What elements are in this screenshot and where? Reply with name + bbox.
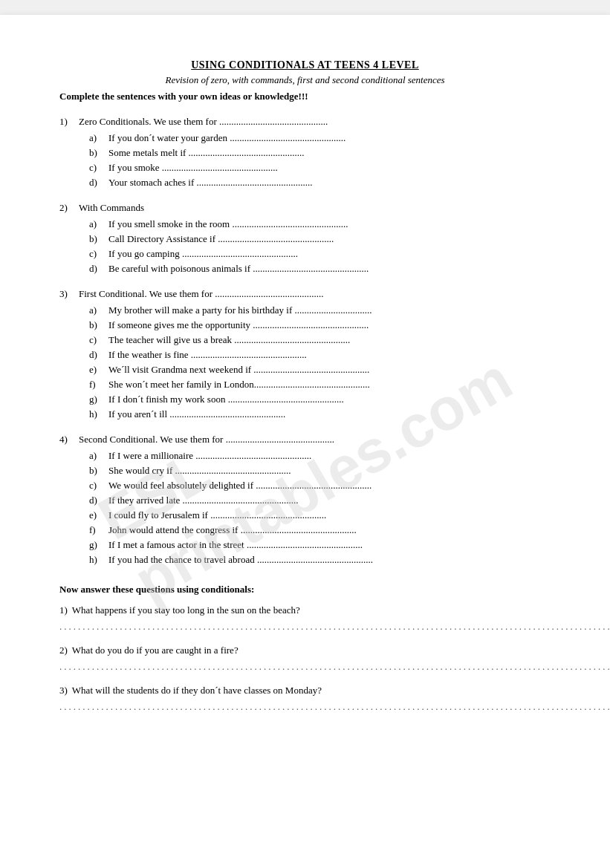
item-letter: f) [89,379,106,391]
item-letter: d) [89,495,106,506]
item-text: If you smell smoke in the room .........… [108,218,348,230]
list-item: e) I could fly to Jerusalem if .........… [89,509,551,521]
question-2-text: 2) What do you do if you are caught in a… [59,645,551,656]
question-2: 2) What do you do if you are caught in a… [59,645,551,673]
list-item: a) If I were a millionaire .............… [89,450,551,462]
item-text: If you go camping ......................… [108,248,298,260]
section-4-title: 4) Second Conditional. We use them for .… [59,434,551,446]
item-text: Your stomach aches if ..................… [108,177,313,189]
list-item: a) If you smell smoke in the room ......… [89,218,551,230]
list-item: a) If you don´t water your garden ......… [89,132,551,144]
list-item: g) If I met a famous actor in the street… [89,539,551,551]
section-3-items: a) My brother will make a party for his … [89,304,551,420]
list-item: b) If someone gives me the opportunity .… [89,319,551,331]
section-2-title: 2) With Commands [59,202,551,214]
item-text: If someone gives me the opportunity ....… [108,319,369,331]
instruction: Complete the sentences with your own ide… [59,91,551,102]
list-item: h) If you had the chance to travel abroa… [89,554,551,566]
item-text: If you had the chance to travel abroad .… [108,554,373,566]
item-letter: e) [89,364,106,376]
question-3: 3) What will the students do if they don… [59,685,551,713]
list-item: f) John would attend the congress if ...… [89,524,551,536]
item-letter: f) [89,524,106,536]
item-letter: e) [89,509,106,521]
sections-container: 1) Zero Conditionals. We use them for ..… [59,116,551,566]
item-text: The teacher will give us a break .......… [108,334,350,346]
dot-line: ........................................… [59,621,551,633]
list-item: f) She won´t meet her family in London..… [89,379,551,391]
dot-line: ........................................… [59,701,551,713]
list-item: b) She would cry if ....................… [89,465,551,477]
section-1-label: Zero Conditionals. We use them for .....… [79,116,328,128]
question-1-num: 1) [59,604,68,616]
item-letter: d) [89,349,106,361]
item-text: If you don´t water your garden .........… [108,132,345,144]
section-1-title: 1) Zero Conditionals. We use them for ..… [59,116,551,128]
section-4-items: a) If I were a millionaire .............… [89,450,551,566]
item-text: If you aren´t ill ......................… [108,408,285,420]
item-text: Be careful with poisonous animals if ...… [108,263,369,275]
list-item: e) We´ll visit Grandma next weekend if .… [89,364,551,376]
list-item: c) If you go camping ...................… [89,248,551,260]
section-3-label: First Conditional. We use them for .....… [79,288,323,300]
question-1-text: 1) What happens if you stay too long in … [59,604,551,616]
section-4-num: 4) [59,434,74,446]
list-item: c) The teacher will give us a break ....… [89,334,551,346]
list-item: d) Be careful with poisonous animals if … [89,263,551,275]
item-letter: d) [89,177,106,189]
question-3-label: What will the students do if they don´t … [72,685,322,696]
item-text: We would feel absolutely delighted if ..… [108,480,371,492]
item-letter: a) [89,218,106,230]
item-letter: c) [89,248,106,260]
question-3-text: 3) What will the students do if they don… [59,685,551,696]
section-1-items: a) If you don´t water your garden ......… [89,132,551,189]
list-item: b) Some metals melt if .................… [89,147,551,159]
subtitle: Revision of zero, with commands, first a… [59,74,551,86]
dot-line: ........................................… [59,661,551,673]
header: USING CONDITIONALS AT TEENS 4 LEVEL Revi… [59,59,551,102]
item-text: My brother will make a party for his bir… [108,304,372,316]
item-text: If I don´t finish my work soon .........… [108,394,344,405]
item-text: Call Directory Assistance if ...........… [108,233,334,245]
section-3-title: 3) First Conditional. We use them for ..… [59,288,551,300]
section-3-num: 3) [59,288,74,300]
answer-lines-3: ........................................… [59,701,551,713]
list-item: g) If I don´t finish my work soon ......… [89,394,551,405]
item-letter: b) [89,233,106,245]
item-letter: b) [89,147,106,159]
item-letter: g) [89,394,106,405]
questions-title: Now answer these questions using conditi… [59,584,551,595]
item-text: If you smoke ...........................… [108,162,278,174]
item-letter: a) [89,450,106,462]
question-2-label: What do you do if you are caught in a fi… [72,645,239,656]
item-letter: c) [89,334,106,346]
item-letter: b) [89,465,106,477]
question-2-num: 2) [59,645,68,656]
item-letter: a) [89,132,106,144]
item-letter: c) [89,162,106,174]
item-text: If I met a famous actor in the street ..… [108,539,363,551]
item-text: We´ll visit Grandma next weekend if ....… [108,364,369,376]
list-item: d) Your stomach aches if ...............… [89,177,551,189]
answer-lines-1: ........................................… [59,621,551,633]
item-text: She won´t meet her family in London.....… [108,379,370,391]
section-2-label: With Commands [79,202,144,214]
page-title: USING CONDITIONALS AT TEENS 4 LEVEL [59,59,551,71]
section-3: 3) First Conditional. We use them for ..… [59,288,551,420]
item-letter: g) [89,539,106,551]
section-4: 4) Second Conditional. We use them for .… [59,434,551,566]
list-item: d) If they arrived late ................… [89,495,551,506]
item-letter: h) [89,408,106,420]
section-4-label: Second Conditional. We use them for ....… [79,434,334,446]
list-item: c) If you smoke ........................… [89,162,551,174]
item-text: John would attend the congress if ......… [108,524,357,536]
answer-lines-2: ........................................… [59,661,551,673]
question-1: 1) What happens if you stay too long in … [59,604,551,633]
list-item: b) Call Directory Assistance if ........… [89,233,551,245]
list-item: d) If the weather is fine ..............… [89,349,551,361]
item-text: If they arrived late ...................… [108,495,299,506]
list-item: a) My brother will make a party for his … [89,304,551,316]
item-letter: a) [89,304,106,316]
questions-section: Now answer these questions using conditi… [59,584,551,713]
item-letter: d) [89,263,106,275]
